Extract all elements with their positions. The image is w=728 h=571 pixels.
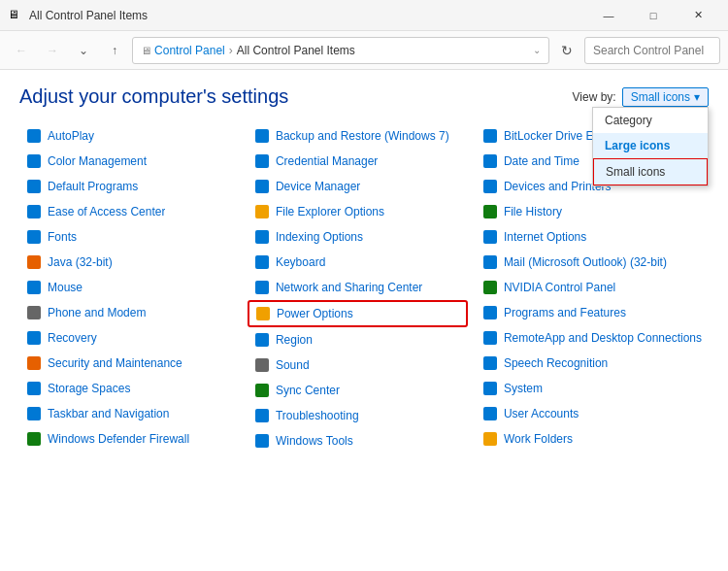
minimize-button[interactable]: — [586, 0, 631, 31]
item-label: Mouse [48, 281, 83, 294]
search-box[interactable]: 🔍 [584, 37, 720, 64]
control-item[interactable]: Storage Spaces [19, 376, 240, 401]
svg-rect-23 [255, 384, 269, 397]
control-item[interactable]: User Accounts [476, 401, 709, 426]
svg-rect-26 [483, 129, 497, 143]
recent-locations-button[interactable]: ⌄ [70, 37, 97, 64]
control-item[interactable]: Internet Options [476, 224, 709, 250]
item-icon [482, 280, 498, 295]
control-item[interactable]: Speech Recognition [476, 351, 709, 376]
refresh-button[interactable]: ↻ [553, 37, 580, 64]
control-item[interactable]: Sound [248, 353, 468, 378]
svg-rect-18 [255, 255, 269, 269]
forward-button[interactable]: → [39, 37, 66, 64]
svg-rect-3 [27, 205, 41, 218]
svg-rect-12 [27, 432, 41, 446]
svg-rect-25 [255, 434, 269, 448]
item-icon [254, 433, 270, 449]
control-item[interactable]: Windows Defender Firewall [19, 426, 240, 452]
control-item[interactable]: AutoPlay [19, 123, 240, 149]
item-icon [26, 204, 42, 219]
viewby-option-category[interactable]: Category [593, 108, 708, 133]
item-label: User Accounts [504, 407, 579, 420]
close-button[interactable]: ✕ [676, 0, 720, 31]
column-1: AutoPlayColor ManagementDefault Programs… [19, 123, 240, 453]
up-button[interactable]: ↑ [101, 37, 128, 64]
item-icon [482, 153, 498, 169]
svg-rect-4 [27, 230, 41, 244]
app-icon: 🖥 [8, 8, 23, 23]
item-icon [482, 128, 498, 144]
svg-rect-1 [27, 154, 41, 168]
item-label: Color Management [48, 154, 147, 168]
svg-rect-19 [255, 281, 269, 294]
control-item[interactable]: NVIDIA Control Panel [476, 275, 709, 300]
svg-rect-5 [27, 255, 41, 269]
address-control-panel[interactable]: Control Panel [154, 44, 225, 57]
control-item[interactable]: Windows Tools [248, 428, 468, 453]
control-item[interactable]: Region [248, 327, 468, 353]
control-item[interactable]: Java (32-bit) [19, 250, 240, 275]
control-item[interactable]: Credential Manager [248, 149, 468, 174]
control-item[interactable]: Mail (Microsoft Outlook) (32-bit) [476, 250, 709, 275]
item-label: Troubleshooting [276, 409, 359, 422]
item-label: System [504, 382, 543, 395]
svg-rect-2 [27, 180, 41, 193]
control-item[interactable]: Network and Sharing Center [248, 275, 468, 300]
item-label: File History [504, 205, 562, 218]
control-item[interactable]: Mouse [19, 275, 240, 300]
item-icon [482, 229, 498, 245]
control-item[interactable]: Recovery [19, 325, 240, 351]
item-label: Indexing Options [276, 230, 363, 244]
svg-rect-32 [483, 281, 497, 294]
item-label: Recovery [48, 331, 97, 345]
control-item[interactable]: Indexing Options [248, 224, 468, 250]
item-icon [482, 204, 498, 219]
address-bar[interactable]: 🖥 Control Panel › All Control Panel Item… [132, 37, 549, 64]
svg-rect-11 [27, 407, 41, 420]
control-item[interactable]: Programs and Features [476, 300, 709, 325]
item-label: Sync Center [276, 384, 340, 397]
item-label: AutoPlay [48, 129, 94, 143]
control-item[interactable]: Troubleshooting [248, 403, 468, 428]
control-item[interactable]: Default Programs [19, 174, 240, 199]
control-item[interactable]: Security and Maintenance [19, 351, 240, 376]
svg-rect-21 [255, 333, 269, 347]
item-icon [254, 280, 270, 295]
control-item[interactable]: Fonts [19, 224, 240, 250]
control-item[interactable]: Keyboard [248, 250, 468, 275]
item-label: Taskbar and Navigation [48, 407, 169, 420]
item-icon [482, 179, 498, 194]
control-item[interactable]: Phone and Modem [19, 300, 240, 325]
item-icon [254, 229, 270, 245]
control-item[interactable]: Work Folders [476, 426, 709, 452]
maximize-button[interactable]: □ [631, 0, 676, 31]
svg-rect-30 [483, 230, 497, 244]
control-item[interactable]: Taskbar and Navigation [19, 401, 240, 426]
control-item[interactable]: Backup and Restore (Windows 7) [248, 123, 468, 149]
item-icon [482, 305, 498, 320]
item-label: Ease of Access Center [48, 205, 165, 218]
control-item[interactable]: Power Options [248, 300, 468, 327]
control-item[interactable]: System [476, 376, 709, 401]
viewby-dropdown[interactable]: Small icons ▾ Category Large icons Small… [622, 87, 709, 107]
back-button[interactable]: ← [8, 37, 35, 64]
control-item[interactable]: Sync Center [248, 378, 468, 403]
viewby-button[interactable]: Small icons ▾ [622, 87, 709, 107]
control-item[interactable]: File Explorer Options [248, 199, 468, 224]
address-dropdown-arrow[interactable]: ⌄ [533, 45, 541, 55]
addressbar: ← → ⌄ ↑ 🖥 Control Panel › All Control Pa… [0, 31, 728, 70]
control-item[interactable]: Ease of Access Center [19, 199, 240, 224]
control-item[interactable]: Color Management [19, 149, 240, 174]
viewby-option-large[interactable]: Large icons [593, 133, 708, 158]
control-item[interactable]: File History [476, 199, 709, 224]
item-icon [26, 330, 42, 346]
control-item[interactable]: RemoteApp and Desktop Connections [476, 325, 709, 351]
item-label: File Explorer Options [276, 205, 384, 218]
viewby-option-small[interactable]: Small icons [593, 158, 708, 185]
svg-rect-34 [483, 331, 497, 345]
item-label: Device Manager [276, 180, 360, 193]
svg-rect-24 [255, 409, 269, 422]
search-input[interactable] [593, 44, 728, 57]
control-item[interactable]: Device Manager [248, 174, 468, 199]
